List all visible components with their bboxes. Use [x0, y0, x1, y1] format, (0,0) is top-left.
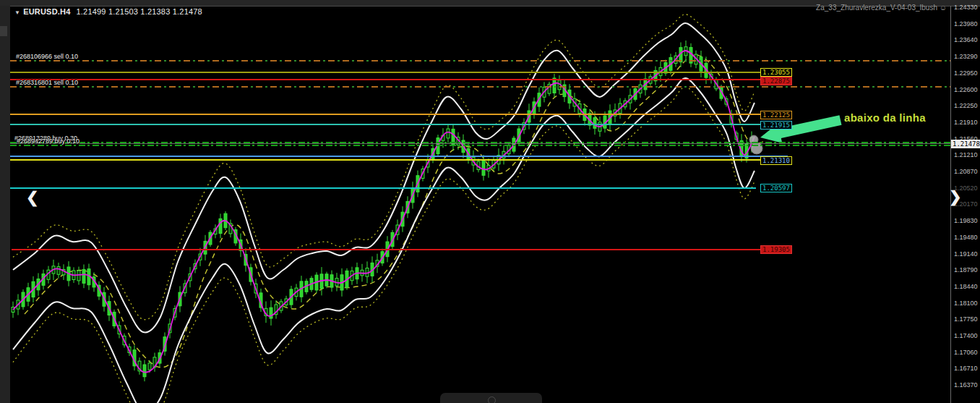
- axis-price-label: 1.17060: [954, 349, 978, 356]
- fast-ma-line: [13, 51, 755, 373]
- axis-price-label: 1.18440: [954, 283, 978, 290]
- axis-price-label: 1.18100: [954, 300, 978, 307]
- screenshot-stage: 1.230551.228751.221251.219151.213101.205…: [0, 0, 980, 403]
- axis-price-label: 1.16710: [954, 365, 978, 372]
- bottom-toolbar-overlay[interactable]: [440, 393, 542, 403]
- candles: [12, 41, 753, 381]
- axis-price-label: 1.19140: [954, 250, 978, 258]
- axis-price-label: 1.23290: [954, 53, 978, 60]
- band-lower: [13, 78, 755, 403]
- axis-price-label: 1.21210: [954, 151, 978, 158]
- price-level-line[interactable]: [10, 187, 756, 189]
- price-level-line[interactable]: [10, 124, 760, 125]
- axis-price-label: 1.23640: [954, 36, 978, 43]
- price-level-line[interactable]: [12, 249, 760, 250]
- price-level-line[interactable]: [10, 143, 950, 144]
- price-tag[interactable]: 1.23055: [760, 68, 792, 77]
- chevron-down-icon[interactable]: ▼: [14, 9, 20, 16]
- axis-price-label: 1.21910: [954, 119, 978, 126]
- price-tag[interactable]: 1.21915: [760, 121, 792, 130]
- sell-order-line[interactable]: [10, 60, 950, 61]
- band-upper: [13, 23, 755, 332]
- price-tag[interactable]: 1.19305: [760, 245, 792, 254]
- axis-price-label: 1.18790: [954, 266, 978, 273]
- price-level-line[interactable]: [10, 72, 760, 73]
- next-arrow-button[interactable]: ❯: [949, 188, 962, 205]
- price-tag[interactable]: 1.20597: [760, 184, 792, 192]
- axis-price-label: 1.22250: [954, 102, 978, 109]
- price-tag[interactable]: 1.22875: [760, 77, 792, 85]
- axis-price-label: 1.24330: [954, 4, 978, 11]
- axis-price-label: 1.19480: [954, 234, 978, 241]
- current-price-box: 1.21478: [951, 140, 980, 148]
- magnifier-icon: [488, 396, 496, 403]
- slow-ma-dashed: [25, 55, 766, 368]
- axis-price-label: 1.23980: [954, 20, 978, 27]
- prev-arrow-button[interactable]: ❮: [26, 189, 39, 206]
- sell-order-line[interactable]: [10, 86, 950, 88]
- axis-price-label: 1.17750: [954, 315, 978, 323]
- price-level-line[interactable]: [10, 79, 760, 80]
- axis-price-label: 1.16370: [954, 381, 978, 389]
- watermark-text: Za_33_Zhuravlerezka_V-04-03_Ibush: [816, 4, 937, 12]
- price-tag[interactable]: 1.22125: [760, 111, 792, 119]
- axis-price-label: 1.17400: [954, 332, 978, 339]
- chart-titlebar: ▼EURUSD.H41.21499 1.21503 1.21383 1.2147…: [14, 7, 202, 16]
- axis-price-label: 1.22600: [954, 86, 978, 93]
- price-level-line[interactable]: [10, 159, 760, 161]
- axis-price-label: 1.19830: [954, 217, 978, 224]
- axis-price-label: 1.22950: [954, 69, 978, 77]
- smiley-icon: ☺: [940, 4, 947, 12]
- price-level-line[interactable]: [10, 114, 760, 115]
- price-tag[interactable]: 1.21310: [760, 156, 792, 165]
- order-label: #268942789 buy 0.10: [17, 137, 79, 145]
- order-label: #268106966 sell 0.10: [16, 53, 78, 60]
- axis-price-label: 1.20870: [954, 168, 978, 175]
- ohlc-quotes: 1.21499 1.21503 1.21383 1.21478: [77, 7, 202, 16]
- annotation-text: abaixo da linha: [844, 111, 926, 124]
- price-level-line[interactable]: [10, 156, 788, 157]
- symbol-timeframe-label: EURUSD.H4: [23, 7, 70, 16]
- indicator-watermark: Za_33_Zhuravlerezka_V-04-03_Ibush ☺: [816, 4, 947, 12]
- envelope-lower-dotted: [13, 87, 755, 403]
- buy-order-line[interactable]: [10, 145, 950, 146]
- order-label: #268316801 sell 0.10: [16, 79, 78, 86]
